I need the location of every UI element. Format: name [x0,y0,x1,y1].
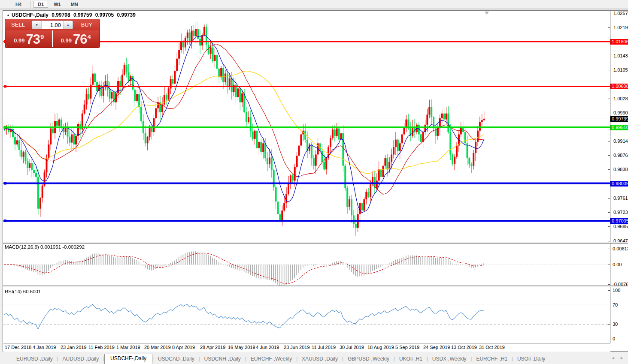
chart-tab-eurusd-daily[interactable]: EURUSD-,Daily [12,355,57,364]
sell-price-big: 73 [26,33,39,45]
level-price-badge: 0.98009 [610,181,628,187]
price-tick-label: 0.98380 [613,167,628,172]
date-axis[interactable]: 17 Dec 20184 Jan 201923 Jan 201911 Feb 2… [3,343,610,352]
buy-price-button[interactable]: 0.99764 [53,30,99,47]
price-tick-label: 1.02570 [613,11,628,16]
sell-button[interactable]: SELL [6,21,30,29]
price-tick-label: 0.97610 [613,196,628,201]
chart-tab-usdx-weekly[interactable]: USDX-,Weekly [428,355,471,364]
rsi-tick-label: 0 [613,336,615,341]
date-axis-label: 4 Jun 2019 [256,345,279,350]
level-price-badge: 1.01806 [610,39,628,45]
rsi-value: 60.6001 [23,289,41,294]
macd-label: MACD(12,26,9) 0.001051 -0.000292 [5,244,85,250]
price-tick-label: 0.98760 [613,153,628,158]
sell-price-prefix: 0.99 [14,36,24,45]
date-axis-label: 30 Jul 2019 [340,345,364,350]
chart-tab-usoil-daily[interactable]: USOil-,Daily [513,355,549,364]
chart-tab-ukoil-h1[interactable]: UKOil-,H1 [395,355,427,364]
chart-tabs-bar: ◄ ► EURUSD-,Daily|AUDUSD-,Daily|USDCHF-,… [0,352,628,364]
date-axis-label: 23 Jun 2019 [284,345,310,350]
date-axis-label: 4 Jan 2019 [33,345,56,350]
macd-name: MACD(12,26,9) [5,244,39,250]
rsi-tick-label: 100 [613,288,620,293]
date-axis-label: 24 Sep 2019 [423,345,450,350]
chart-title: ▲USDCHF-,Daily 0.99708 0.99759 0.99705 0… [6,12,137,18]
volume-input[interactable] [42,21,63,29]
pane-splitter-price-macd[interactable] [3,242,628,244]
toolbar-separator [87,1,87,8]
price-tick-label: 0.96850 [613,224,628,229]
chart-tab-eurchf-h1[interactable]: EURCHF-,H1 [472,355,512,364]
chart-tab-eurchf-weekly[interactable]: EURCHF-,Weekly [246,355,296,364]
price-tick-label: 1.00280 [613,96,628,101]
tab-scroll-arrows: ◄ ► [607,356,624,360]
chart-canvas[interactable] [3,11,610,343]
date-axis-label: 20 Mar 2019 [144,345,171,350]
date-axis-label: 1 Mar 2019 [116,345,140,350]
timeframe-mn-button[interactable]: MN [67,1,82,8]
volume-increase-icon[interactable]: ▲ [63,21,73,29]
pane-splitter-macd-rsi[interactable] [3,286,628,287]
sell-price-pip: 9 [40,33,44,40]
date-axis-label: 8 Apr 2019 [172,345,195,350]
level-price-badge: 0.99510 [610,125,628,130]
date-axis-label: 31 Oct 2019 [479,345,505,350]
chart-tab-audusd-daily[interactable]: AUDUSD-,Daily [58,355,103,364]
date-axis-label: 23 Jan 2019 [61,345,87,350]
volume-decrease-icon[interactable]: ▼ [32,21,42,29]
buy-price-prefix: 0.99 [61,36,72,45]
price-tick-label: 1.02190 [613,25,628,30]
price-tick-label: 0.97230 [613,210,628,215]
date-axis-label: 18 Aug 2019 [367,345,394,350]
timeframe-h4-button[interactable]: H4 [11,1,26,8]
date-axis-label: 17 Dec 2018 [5,345,31,350]
rsi-name: RSI(14) [5,289,22,294]
ohlc-open: 0.99708 [52,12,70,18]
date-axis-label: 28 Apr 2019 [200,345,225,350]
volume-control: ▼ ▲ [32,21,73,29]
price-tick-label: 1.01050 [613,67,628,72]
price-tick-label: 0.99900 [613,110,628,115]
price-axis[interactable]: 1.025701.021901.014301.010501.002800.999… [610,11,628,343]
date-axis-label: 5 Sep 2019 [395,345,419,350]
rsi-tick-label: 70 [613,302,618,307]
chart-tab-gbpusd-weekly[interactable]: GBPUSD-,Weekly [343,355,394,364]
rsi-label: RSI(14) 60.6001 [5,289,41,294]
panel-collapse-arrow-icon[interactable]: ▲ [6,13,10,17]
date-axis-label: 11 Feb 2019 [88,345,115,350]
chart-tab-usdcnh-daily[interactable]: USDCNH-,Daily [200,355,245,364]
chart-tab-usdcad-daily[interactable]: USDCAD-,Daily [154,355,199,364]
timeframe-toolbar: H4 D1 W1 MN [0,0,628,9]
buy-price-big: 76 [73,33,87,45]
ohlc-close: 0.99739 [117,12,135,18]
macd-values: 0.001051 -0.000292 [40,244,85,250]
current-price-badge: 0.99739 [610,116,628,122]
sell-price-button[interactable]: 0.99739 [6,30,52,47]
chart-shift-marker-icon[interactable] [485,12,489,15]
macd-tick-label: 0.00613 [613,246,628,251]
date-axis-label: 16 May 2019 [228,345,255,350]
chart-symbol: USDCHF-,Daily [12,12,49,18]
ohlc-high: 0.99759 [73,12,92,18]
ohlc-low: 0.99705 [95,12,114,18]
buy-button[interactable]: BUY [75,21,98,29]
tab-scroll-left-icon[interactable]: ◄ [611,356,615,360]
timeframe-w1-button[interactable]: W1 [49,1,65,8]
date-axis-label: 11 Jul 2019 [312,345,336,350]
price-tick-label: 0.99140 [613,138,628,144]
buy-price-pip: 4 [87,33,91,40]
toolbar-separator [30,1,30,8]
macd-tick-label: 0.00 [613,262,622,267]
one-click-trading-panel: SELL ▼ ▲ BUY 0.99739 0.99764 [5,19,100,48]
chart-tab-usdchf-daily[interactable]: USDCHF-,Daily [104,354,152,364]
price-tick-label: 1.01430 [613,53,628,58]
chart-tab-xauusd-daily[interactable]: XAUUSD-,Daily [297,355,342,364]
tab-scroll-right-icon[interactable]: ► [620,356,624,360]
chart-window: ▲USDCHF-,Daily 0.99708 0.99759 0.99705 0… [3,10,628,352]
level-price-badge: 1.00606 [610,84,628,89]
date-axis-label: 13 Oct 2019 [451,345,477,350]
level-price-badge: 0.97005 [610,218,628,224]
timeframe-d1-button[interactable]: D1 [33,1,48,8]
rsi-tick-label: 30 [613,322,618,327]
